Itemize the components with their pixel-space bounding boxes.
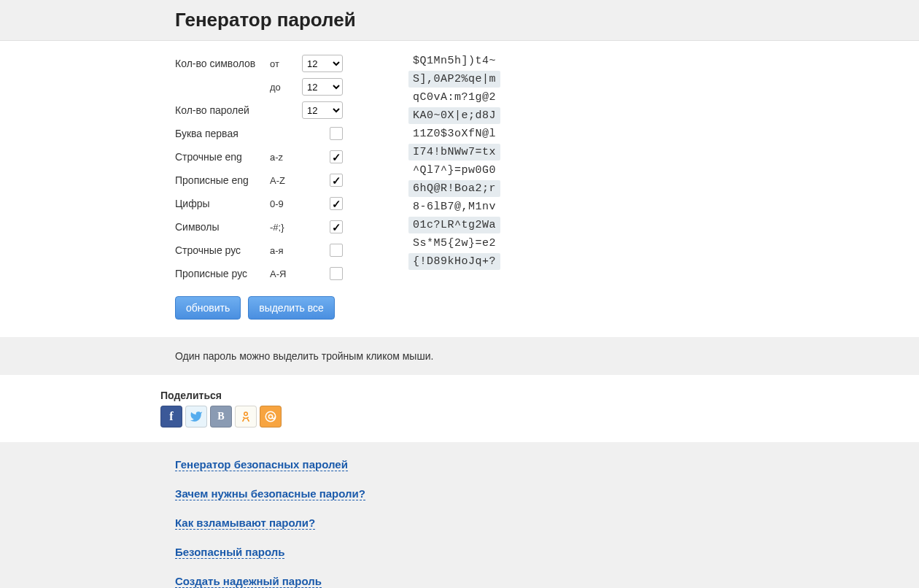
hint-text: Один пароль можно выделить тройным клико… [175, 350, 744, 362]
password-item[interactable]: qC0vA:m?1g@2 [408, 89, 500, 106]
share-title: Поделиться [160, 390, 759, 401]
upper-rus-checkbox[interactable] [330, 267, 343, 280]
lower-rus-checkbox[interactable] [330, 244, 343, 257]
password-item[interactable]: ^Ql7^}=pw0G0 [408, 162, 500, 179]
digits-label: Цифры [175, 198, 270, 209]
from-label: от [270, 58, 299, 69]
password-item[interactable]: S],0AP2%qe|m [408, 71, 500, 88]
info-link[interactable]: Безопасный пароль [175, 546, 284, 559]
password-item[interactable]: 11Z0$3oXfN@l [408, 125, 500, 142]
password-item[interactable]: KA0~0X|e;d8J [408, 107, 500, 124]
info-link[interactable]: Как взламывают пароли? [175, 517, 315, 530]
svg-point-1 [265, 411, 276, 422]
digits-checkbox[interactable] [330, 197, 343, 210]
symbols-hint: -#;} [270, 222, 299, 233]
lower-eng-hint: a-z [270, 152, 299, 163]
lower-eng-checkbox[interactable] [330, 150, 343, 163]
symbols-label: Символы [175, 221, 270, 233]
digits-hint: 0-9 [270, 198, 299, 209]
odnoklassniki-icon[interactable] [235, 406, 257, 428]
facebook-icon[interactable]: f [160, 406, 182, 428]
mailru-icon[interactable] [260, 406, 282, 428]
password-item[interactable]: {!D89kHoJq+? [408, 253, 500, 270]
svg-point-2 [268, 414, 272, 418]
upper-eng-label: Прописные eng [175, 174, 270, 186]
password-item[interactable]: 01c?LR^tg2Wa [408, 217, 500, 233]
twitter-icon[interactable] [185, 406, 207, 428]
info-link[interactable]: Генератор безопасных паролей [175, 458, 348, 471]
svg-point-0 [244, 412, 248, 416]
lower-rus-label: Строчные рус [175, 244, 270, 256]
password-item[interactable]: $Q1Mn5h])t4~ [408, 53, 500, 69]
password-item[interactable]: Ss*M5{2w}=e2 [408, 235, 500, 252]
symbols-checkbox[interactable] [330, 220, 343, 233]
chars-count-label: Кол-во символов [175, 58, 270, 69]
upper-rus-label: Прописные рус [175, 268, 270, 279]
chars-to-select[interactable]: 12 [302, 78, 343, 96]
lower-eng-label: Строчные eng [175, 151, 270, 163]
info-link[interactable]: Зачем нужны безопасные пароли? [175, 487, 365, 500]
vk-icon[interactable]: B [210, 406, 232, 428]
password-count-label: Кол-во паролей [175, 104, 270, 116]
page-title: Генератор паролей [175, 0, 744, 40]
password-item[interactable]: I74!bNWw7=tx [408, 144, 500, 160]
lower-rus-hint: а-я [270, 245, 299, 256]
chars-from-select[interactable]: 12 [302, 55, 343, 72]
password-item[interactable]: 6hQ@R!Boa2;r [408, 180, 500, 197]
info-link[interactable]: Создать надежный пароль [175, 575, 322, 588]
first-letter-label: Буква первая [175, 128, 270, 139]
upper-eng-checkbox[interactable] [330, 174, 343, 187]
select-all-button[interactable]: выделить все [248, 296, 335, 320]
password-list: $Q1Mn5h])t4~S],0AP2%qe|mqC0vA:m?1g@2KA0~… [408, 53, 500, 320]
password-item[interactable]: 8-6lB7@,M1nv [408, 198, 500, 215]
upper-eng-hint: A-Z [270, 175, 299, 186]
refresh-button[interactable]: обновить [175, 296, 241, 320]
first-letter-checkbox[interactable] [330, 127, 343, 140]
password-count-select[interactable]: 12 [302, 101, 343, 119]
to-label: до [270, 82, 299, 93]
upper-rus-hint: А-Я [270, 268, 299, 279]
